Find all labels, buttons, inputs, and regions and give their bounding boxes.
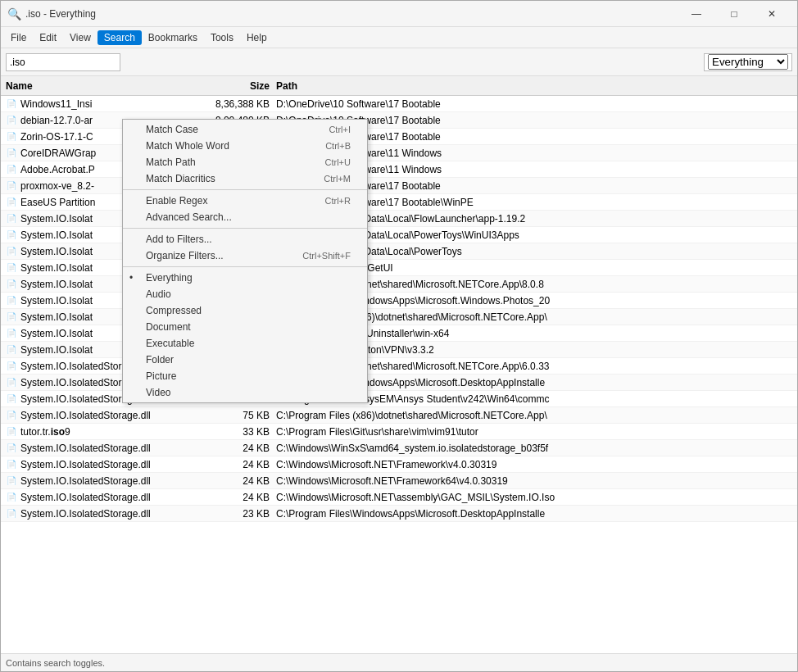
column-path[interactable]: Path [276,80,778,92]
file-name: proxmox-ve_8.2- [20,180,94,192]
dropdown-menu-item[interactable]: Audio [123,286,367,302]
dropdown-menu-item[interactable]: Picture [123,368,367,384]
column-name[interactable]: Name [6,80,194,92]
table-row[interactable]: 📄System.IO.IsolatedStorage.dll82 KBC:\Pr… [1,375,797,391]
app-icon: 🔍 [7,7,20,20]
file-icon: 📄 [6,410,17,421]
file-icon: 📄 [6,443,17,454]
menu-help[interactable]: Help [240,30,274,45]
file-icon: 📄 [6,180,17,192]
status-bar: Contains search toggles. [1,653,797,671]
menu-item-label: Match Diacritics [146,173,215,184]
menu-item-label: Match Whole Word [146,140,229,152]
file-size: 24 KB [194,475,276,487]
dropdown-menu-item[interactable]: •Everything [123,270,367,286]
column-size[interactable]: Size [194,80,276,92]
dropdown-menu-item[interactable]: Advanced Search... [123,209,367,225]
table-row[interactable]: 📄System.IO.IsolatedStorage.dll24 KBC:\Wi… [1,456,797,473]
file-icon: 📄 [6,131,17,143]
file-icon: 📄 [6,262,17,274]
table-row[interactable]: 📄CoreIDRAWGrap7,19,128 KBD:\OneDrive\10 … [1,145,797,161]
file-icon: 📄 [6,164,17,175]
table-row[interactable]: 📄System.IO.Isolat82 KBC:\Program Files\B… [1,325,797,342]
table-row[interactable]: 📄System.IO.Isolat83 KBC:\Program Files (… [1,309,797,325]
dropdown-menu-item[interactable]: Folder [123,352,367,368]
table-row[interactable]: 📄proxmox-ve_8.2-3,64,160 KBD:\OneDrive\1… [1,178,797,194]
file-name: System.IO.Isolat [20,311,93,323]
file-name: System.IO.IsolatedStorage.dll [20,410,151,421]
menu-item-shortcut: Ctrl+Shift+F [302,251,351,261]
file-path: C:\Windows\Microsoft.NET\Framework\v4.0.… [276,459,792,470]
table-row[interactable]: 📄System.IO.Isolat91 KBC:\Program Files\W… [1,293,797,309]
file-name: System.IO.Isolat [20,328,93,339]
maximize-button[interactable]: □ [715,1,753,27]
dropdown-menu-item[interactable]: Video [123,384,367,401]
file-name: System.IO.Isolat [20,229,93,241]
file-icon: 📄 [6,213,17,225]
dropdown-menu-item[interactable]: Match Whole WordCtrl+B [123,138,367,154]
minimize-button[interactable]: — [678,1,715,27]
menu-item-label: Add to Filters... [146,234,212,245]
table-row[interactable]: 📄System.IO.IsolatedStorage.dll24 KBC:\Wi… [1,489,797,506]
table-row[interactable]: 📄Adobe.Acrobat.P4,25,088 KBD:\OneDrive\1… [1,161,797,178]
file-icon: 📄 [6,344,17,356]
dropdown-menu-item[interactable]: Compressed [123,302,367,319]
menu-bookmarks[interactable]: Bookmarks [142,30,204,45]
table-row[interactable]: 📄System.IO.IsolatedStorage.dll75 KBC:\Pr… [1,407,797,424]
file-name: System.IO.IsolatedStorage.dll [20,492,151,503]
table-row[interactable]: 📄debian-12.7.0-ar9,00,480 KBD:\OneDrive\… [1,112,797,129]
close-button[interactable]: ✕ [753,1,791,27]
dropdown-menu-item[interactable]: Document [123,319,367,335]
file-size: 33 KB [194,426,276,438]
table-row[interactable]: 📄System.IO.IsolatedStorage.dll24 KBC:\Wi… [1,440,797,456]
table-row[interactable]: 📄EaseUS Partition2,97,728 KBD:\OneDrive\… [1,194,797,211]
file-name: debian-12.7.0-ar [20,115,93,126]
menu-item-shortcut: Ctrl+U [325,157,351,167]
table-row[interactable]: 📄tutor.tr.iso933 KBC:\Program Files\Git\… [1,424,797,440]
file-size: 23 KB [194,508,276,520]
table-row[interactable]: 📄System.IO.Isolat91 KBC:\Program Files\d… [1,276,797,293]
dropdown-menu-item[interactable]: Executable [123,335,367,352]
menu-tools[interactable]: Tools [204,30,240,45]
table-row[interactable]: 📄System.IO.IsolatedStorage.dll23 KBC:\Pr… [1,506,797,522]
table-row[interactable]: 📄System.IO.IsolatedStorage.dll82 KBC:\Pr… [1,358,797,375]
dropdown-menu-item[interactable]: Add to Filters... [123,231,367,247]
menu-item-label: Advanced Search... [146,211,232,223]
menu-item-label: Organize Filters... [146,250,224,261]
filter-select[interactable]: Everything Audio Compressed Document Exe… [708,54,788,70]
dropdown-menu-item[interactable]: Organize Filters...Ctrl+Shift+F [123,247,367,264]
table-row[interactable]: 📄System.IO.IsolatedStorage.dll82 KBC:\Pr… [1,391,797,407]
window-title: .iso - Everything [25,8,678,20]
table-row[interactable]: 📄System.IO.Isolat91 KBC:\Users\labtop\Ap… [1,243,797,260]
file-name-cell: 📄System.IO.IsolatedStorage.dll [6,459,194,470]
file-name: System.IO.IsolatedStorage.dll [20,459,151,470]
menu-file[interactable]: File [4,30,33,45]
menu-edit[interactable]: Edit [33,30,63,45]
search-input[interactable] [6,53,120,71]
file-name: EaseUS Partition [20,197,95,208]
table-row[interactable]: 📄Zorin-OS-17.1-C3,19,456 KBD:\OneDrive\1… [1,129,797,145]
file-icon: 📄 [6,328,17,339]
dropdown-menu-item[interactable]: Match DiacriticsCtrl+M [123,170,367,187]
file-size: 8,36,388 KB [194,98,276,110]
search-dropdown-menu[interactable]: Match CaseCtrl+IMatch Whole WordCtrl+BMa… [122,119,368,403]
filter-dropdown[interactable]: Everything Audio Compressed Document Exe… [704,53,792,71]
menu-search[interactable]: Search [97,30,142,45]
menu-item-label: Picture [146,370,176,382]
dropdown-menu-item[interactable]: Enable RegexCtrl+R [123,193,367,209]
file-path: C:\Program Files\WindowsApps\Microsoft.D… [276,508,792,520]
menu-item-label: Everything [146,272,193,284]
file-name: System.IO.IsolatedStorage.dll [20,508,151,520]
menu-item-label: Executable [146,338,194,349]
table-row[interactable]: 📄System.IO.Isolat91 KBC:\Users\labtop\Ap… [1,211,797,227]
dropdown-menu-item[interactable]: Match CaseCtrl+I [123,121,367,138]
table-row[interactable]: 📄System.IO.IsolatedStorage.dll24 KBC:\Wi… [1,473,797,489]
file-icon: 📄 [6,508,17,520]
menu-view[interactable]: View [63,30,97,45]
table-row[interactable]: 📄System.IO.Isolat91 KBC:\Program Files\U… [1,260,797,276]
dropdown-menu-item[interactable]: Match PathCtrl+U [123,154,367,170]
table-row[interactable]: 📄Windows11_Insi8,36,388 KBD:\OneDrive\10… [1,96,797,112]
table-row[interactable]: 📄System.IO.Isolat91 KBC:\Users\labtop\Ap… [1,227,797,243]
table-row[interactable]: 📄System.IO.Isolat82 KBC:\Program Files\P… [1,342,797,358]
status-text: Contains search toggles. [6,658,105,668]
